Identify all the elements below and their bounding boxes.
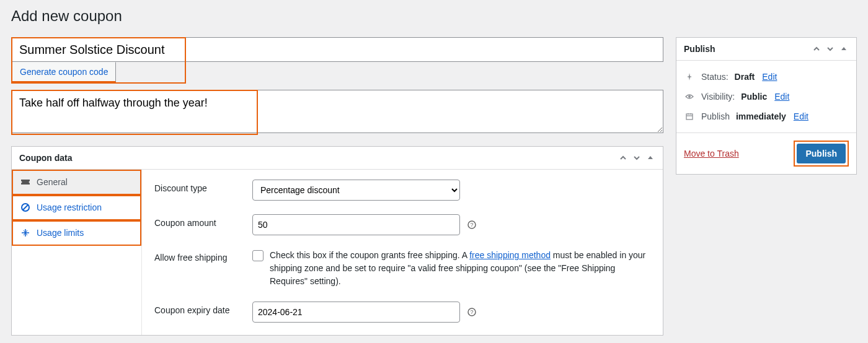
toggle-panel-icon[interactable] (839, 44, 849, 54)
move-up-icon[interactable] (812, 44, 822, 54)
panel-controls (618, 153, 655, 163)
svg-text:?: ? (470, 222, 473, 228)
publish-panel: Publish S (676, 37, 857, 175)
ticket-icon (20, 177, 30, 187)
coupon-expiry-label: Coupon expiry date (154, 302, 252, 315)
toggle-panel-icon[interactable] (645, 153, 655, 163)
arrows-icon (20, 228, 30, 238)
coupon-title-input[interactable] (11, 37, 663, 62)
generate-code-highlight: Generate coupon code (11, 62, 186, 84)
coupon-amount-input[interactable] (252, 214, 460, 235)
coupon-data-heading: Coupon data (19, 153, 73, 163)
page-title: Add new coupon (11, 7, 857, 25)
publish-button-highlight: Publish (794, 141, 849, 167)
tab-usage-limits[interactable]: Usage limits (12, 220, 141, 246)
help-icon[interactable]: ? (466, 219, 477, 230)
visibility-edit-link[interactable]: Edit (774, 92, 789, 102)
move-down-icon[interactable] (632, 153, 642, 163)
svg-text:?: ? (470, 309, 473, 315)
coupon-description-textarea[interactable]: Take half off halfway through the year! (11, 90, 663, 133)
free-shipping-method-link[interactable]: free shipping method (469, 250, 551, 260)
panel-controls (812, 44, 849, 54)
visibility-label: Visibility: (701, 92, 735, 102)
publish-time-edit-link[interactable]: Edit (794, 111, 808, 121)
move-up-icon[interactable] (618, 153, 628, 163)
tab-label: Usage limits (37, 228, 84, 238)
status-label: Status: (701, 72, 728, 82)
tab-label: General (37, 177, 68, 187)
svg-line-4 (23, 205, 28, 210)
allow-free-shipping-description: Check this box if the coupon grants free… (270, 249, 650, 288)
move-down-icon[interactable] (825, 44, 835, 54)
svg-rect-10 (686, 114, 693, 119)
allow-free-shipping-label: Allow free shipping (154, 249, 252, 263)
publish-button[interactable]: Publish (797, 144, 846, 163)
svg-rect-0 (21, 180, 30, 185)
tab-label: Usage restriction (37, 202, 102, 212)
publish-time-value: immediately (736, 111, 786, 121)
generate-coupon-code-button[interactable]: Generate coupon code (12, 62, 116, 82)
publish-heading: Publish (684, 44, 715, 54)
coupon-data-panel: Coupon data (11, 146, 663, 336)
pin-icon (684, 72, 695, 81)
status-value: Draft (735, 72, 755, 82)
discount-type-select[interactable]: Percentage discount (252, 180, 460, 201)
visibility-value: Public (741, 92, 767, 102)
allow-free-shipping-checkbox[interactable] (252, 250, 264, 261)
publish-time-label: Publish (701, 111, 730, 121)
eye-icon (684, 92, 695, 101)
status-edit-link[interactable]: Edit (762, 72, 777, 82)
move-to-trash-link[interactable]: Move to Trash (684, 149, 739, 158)
coupon-amount-label: Coupon amount (154, 214, 252, 228)
block-icon (20, 202, 30, 212)
svg-point-9 (688, 95, 691, 98)
discount-type-label: Discount type (154, 180, 252, 193)
tab-usage-restriction[interactable]: Usage restriction (12, 195, 141, 220)
coupon-expiry-input[interactable] (252, 302, 460, 323)
calendar-icon (684, 112, 695, 121)
help-icon[interactable]: ? (466, 306, 477, 318)
tab-general[interactable]: General (12, 170, 141, 195)
